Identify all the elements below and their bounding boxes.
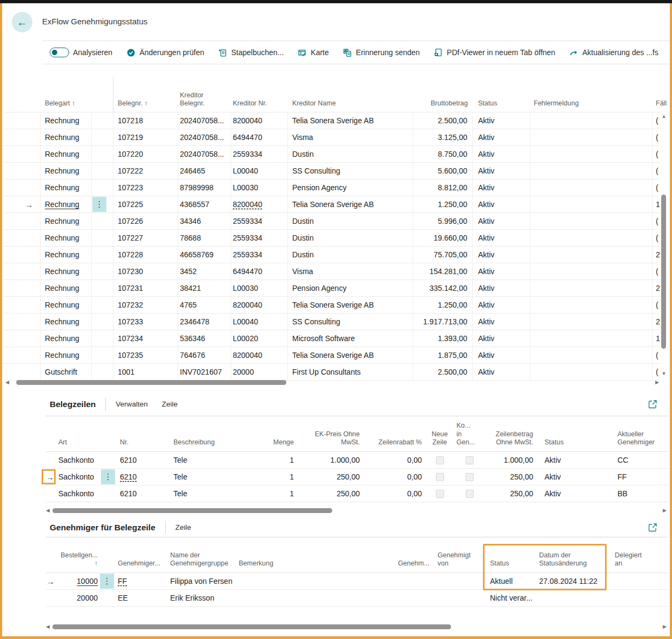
horizontal-scroll-thumb[interactable] [16, 380, 286, 385]
scroll-down-icon[interactable]: ▼ [661, 371, 667, 376]
column-header-status[interactable]: Status [473, 99, 530, 108]
documents-horizontal-scrollbar[interactable]: ◀ ▶ [4, 378, 660, 386]
genehmiger-row[interactable]: → 20000 ⋮ EE Erik Eriksson Nicht verar..… [46, 590, 668, 607]
column-header-genehmigt-von[interactable]: Genehmigt von [432, 551, 483, 568]
karte-button[interactable]: Karte [298, 48, 328, 57]
column-header-fehlermeldung[interactable]: Fehlermeldung [530, 99, 653, 108]
column-header-datum[interactable]: Datum der Statusänderung [532, 551, 608, 568]
exflow-approval-status-window: ← ExFlow Genehmigungsstatus Analysieren … [0, 0, 672, 639]
column-header-name[interactable]: Name der Genehmigergruppe [167, 551, 235, 568]
column-header-neue-zeile[interactable]: Neue Zeile [423, 430, 456, 447]
column-header-ek-preis[interactable]: EK-Preis Ohne MwSt. [296, 430, 361, 447]
erinnerung-senden-button[interactable]: Erinnerung senden [343, 48, 420, 57]
column-header-kreditor-name[interactable]: Kreditor Name [288, 99, 413, 108]
table-row[interactable]: → Rechnung ⋮ 107223 87989998 L00030 Pens… [4, 179, 660, 196]
scroll-left-icon[interactable]: ◀ [46, 624, 50, 629]
column-header-bemerkung[interactable]: Bemerkung [235, 560, 394, 568]
back-button[interactable]: ← [12, 12, 32, 32]
scroll-up-icon[interactable]: ▲ [661, 114, 667, 119]
kontiert-checkbox[interactable] [466, 473, 474, 481]
neue-zeile-checkbox[interactable] [436, 456, 444, 464]
scroll-right-icon[interactable]: ▶ [663, 508, 667, 513]
kontiert-checkbox[interactable] [466, 490, 474, 498]
row-menu-icon[interactable]: ⋮ [101, 469, 115, 484]
column-header-kreditor-nr[interactable]: Kreditor Nr. [231, 99, 288, 108]
aktualisierung-button[interactable]: Aktualisierung des ...fs [569, 48, 658, 57]
column-header-beschreibung[interactable]: Beschreibung [172, 438, 254, 447]
column-header-nr[interactable]: Nr. [116, 438, 172, 447]
neue-zeile-checkbox[interactable] [436, 473, 444, 481]
column-header-belegart[interactable]: Belegart ↑ [41, 99, 92, 108]
table-row[interactable]: → Rechnung ⋮ 107232 4765 8200040 Telia S… [4, 297, 660, 314]
belegzeilen-menu-zeile[interactable]: Zeile [162, 400, 178, 408]
cell-kreditor-belegnr: 202407058... [178, 146, 231, 162]
column-header-faellig[interactable]: Fäll [653, 99, 660, 108]
column-header-kreditor-belegnr[interactable]: Kreditor Belegnr. [178, 91, 231, 108]
column-header-belegnr[interactable]: Belegnr. ↑ [113, 99, 178, 108]
aenderungen-pruefen-button[interactable]: Änderungen prüfen [126, 48, 204, 57]
table-row[interactable]: → Rechnung ⋮ 107230 3452 6494470 Visma 1… [4, 263, 660, 280]
scroll-left-icon[interactable]: ◀ [46, 508, 50, 513]
column-header-genehm[interactable]: Genehm... [394, 560, 432, 568]
table-row[interactable]: → Rechnung ⋮ 107222 246465 L00040 SS Con… [4, 163, 660, 179]
table-row[interactable]: → Rechnung ⋮ 107218 202407058... 8200040… [4, 112, 660, 129]
belegzeilen-menu-verwalten[interactable]: Verwalten [116, 400, 147, 408]
belegzeilen-horizontal-scrollbar[interactable]: ◀ ▶ [46, 507, 668, 514]
table-row[interactable]: → Rechnung ⋮ 107228 46658769 2559334 Dus… [4, 247, 660, 263]
horizontal-scroll-thumb[interactable] [52, 624, 451, 629]
genehmiger-row[interactable]: → 10000 ⋮ FF Filippa von Fersen Aktuell … [46, 573, 668, 590]
neue-zeile-checkbox[interactable] [436, 490, 444, 498]
table-row[interactable]: → Rechnung ⋮ 107226 34346 2559334 Dustin… [4, 213, 660, 230]
scroll-left-icon[interactable]: ◀ [5, 380, 9, 385]
cell-name: Filippa von Fersen [167, 573, 235, 589]
genehmiger-horizontal-scrollbar[interactable]: ◀ ▶ [46, 623, 668, 630]
column-header-zeilenrabatt[interactable]: Zeilenrabatt % [361, 438, 423, 447]
cell-fehlermeldung [530, 297, 653, 313]
toggle-switch-icon[interactable] [50, 48, 69, 57]
refresh-arrow-icon [569, 48, 579, 57]
column-header-menge[interactable]: Menge [254, 438, 296, 447]
cell-zeilenrabatt: 0,00 [361, 469, 423, 485]
cell-genehmiger-code: EE [115, 590, 167, 606]
belegzeile-row[interactable]: → Sachkonto ⋮ 6210 Tele 1 250,00 0,00 25… [46, 469, 668, 485]
documents-vertical-scrollbar[interactable]: ▲ ▼ [660, 112, 668, 377]
column-header-status[interactable]: Status [483, 560, 532, 568]
column-header-kontiert[interactable]: Ko... in Gen... [456, 422, 482, 447]
scroll-right-icon[interactable]: ▶ [663, 624, 667, 629]
cell-belegart: Rechnung [41, 297, 92, 313]
cell-status: Aktiv [473, 213, 530, 229]
table-row[interactable]: → Rechnung ⋮ 107227 78688 2559334 Dustin… [4, 230, 660, 247]
row-menu-icon[interactable]: ⋮ [100, 574, 114, 589]
cell-genehmiger-code: FF [115, 573, 167, 589]
back-arrow-icon: ← [17, 16, 28, 29]
table-row[interactable]: → Rechnung ⋮ 107231 38421 L00030 Pension… [4, 280, 660, 297]
column-header-status[interactable]: Status [535, 438, 594, 447]
stapelbuchen-button[interactable]: Stapelbuchen... [218, 48, 284, 57]
analysieren-toggle[interactable]: Analysieren [50, 48, 112, 57]
horizontal-scroll-thumb[interactable] [52, 508, 332, 513]
column-header-zeilenbetrag[interactable]: Zeilenbetrag Ohne MwSt. [482, 430, 535, 447]
table-row[interactable]: → Rechnung ⋮ 107220 202407058... 2559334… [4, 146, 660, 163]
belegzeile-row[interactable]: → Sachkonto ⋮ 6210 Tele 1 250,00 0,00 25… [46, 485, 668, 502]
column-header-art[interactable]: Art [54, 438, 101, 447]
column-header-genehmiger-code[interactable]: Genehmiger... [115, 560, 167, 568]
column-header-bestellgen[interactable]: Bestellgen... ↑ [56, 551, 100, 568]
column-header-aktueller-genehmiger[interactable]: Aktueller Genehmiger [594, 430, 668, 447]
vertical-scroll-thumb[interactable] [661, 195, 666, 349]
table-row[interactable]: → Rechnung ⋮ 107219 202407058... 6494470… [4, 129, 660, 146]
column-header-bruttobetrag[interactable]: Bruttobetrag [413, 99, 473, 108]
cell-bruttobetrag: 1.250,00 [413, 297, 473, 313]
table-row[interactable]: → Rechnung ⋮ 107225 4368557 8200040 Teli… [4, 196, 660, 213]
table-row[interactable]: → Rechnung ⋮ 107233 2346478 L00040 SS Co… [4, 314, 660, 330]
share-icon[interactable] [647, 399, 658, 410]
scroll-right-icon[interactable]: ▶ [655, 380, 659, 385]
table-row[interactable]: → Rechnung ⋮ 107235 764676 8200040 Telia… [4, 347, 660, 364]
pdf-viewer-button[interactable]: PDf-Viewer in neuem Tab öffnen [434, 48, 555, 57]
table-row[interactable]: → Rechnung ⋮ 107234 536346 L00020 Micros… [4, 330, 660, 347]
genehmiger-menu-zeile[interactable]: Zeile [176, 523, 191, 531]
column-header-delegiert[interactable]: Delegiert an [608, 551, 668, 568]
row-menu-icon[interactable]: ⋮ [92, 197, 106, 212]
belegzeile-row[interactable]: → Sachkonto ⋮ 6210 Tele 1 1.000,00 0,00 … [46, 452, 668, 469]
kontiert-checkbox[interactable] [466, 456, 474, 464]
share-icon[interactable] [647, 522, 658, 533]
